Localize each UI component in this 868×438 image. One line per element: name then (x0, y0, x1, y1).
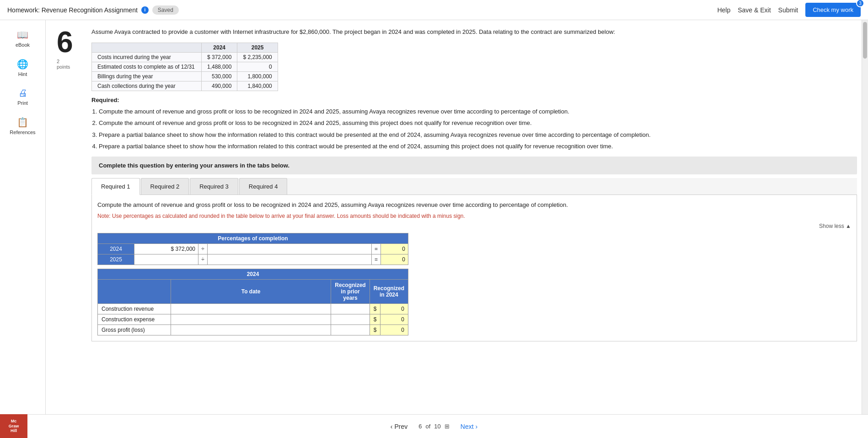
col-recognized-2024: Recognized in 2024 (370, 279, 408, 303)
required-list: Compute the amount of revenue and gross … (99, 107, 857, 151)
pct-divisor-2024-input[interactable] (208, 243, 372, 254)
revenue-recognized: 0 (380, 303, 408, 314)
prev-button[interactable]: ‹ Prev (391, 423, 407, 430)
instructions-box: Complete this question by entering your … (91, 157, 857, 174)
data-table: 2024 2025 Costs incurred during the year… (91, 43, 278, 91)
expense-recognized: 0 (380, 314, 408, 324)
table-row-label: Cash collections during the year (92, 81, 202, 91)
sidebar: 📖 eBook 🌐 Hint 🖨 Print 📋 References (0, 20, 46, 438)
table-row-value: 490,000 (202, 81, 237, 91)
table-row-value: 530,000 (202, 71, 237, 81)
expense-prior-input[interactable] (331, 314, 370, 324)
tab-required3[interactable]: Required 3 (190, 178, 238, 195)
tab1-note: Note: Use percentages as calculated and … (97, 213, 851, 219)
pct-div-2024: ÷ (198, 243, 208, 254)
table-row-value: 1,488,000 (202, 62, 237, 71)
content-area: 6 2 points Assume Avaya contracted to pr… (46, 20, 868, 438)
table-row-value: 0 (237, 62, 278, 71)
pct-row-2024: 2024 $ 372,000 ÷ = 0 (98, 243, 408, 254)
table-row-value: 1,840,000 (237, 81, 278, 91)
pct-result-2025: 0 (381, 254, 408, 265)
row-construction-expense: Construction expense $ 0 (98, 314, 408, 324)
print-icon: 🖨 (18, 88, 27, 98)
mcgrawhill-logo: Mc Graw Hill (0, 414, 27, 438)
col-recognized-prior: Recognized in prior years (331, 279, 370, 303)
revenue-to-date-input[interactable] (171, 303, 331, 314)
required-item-2: Compute the amount of revenue and gross … (99, 119, 857, 128)
prev-chevron: ‹ (391, 423, 393, 430)
submit-button[interactable]: Submit (778, 6, 798, 14)
profit-dollar: $ (370, 324, 380, 335)
topbar-left: Homework: Revenue Recognition Assignment… (7, 5, 179, 15)
info-icon[interactable]: i (141, 6, 149, 14)
pct-eq-2025: = (371, 254, 380, 265)
tab1-content: Compute the amount of revenue and gross … (91, 195, 857, 341)
revenue-prior-input[interactable] (331, 303, 370, 314)
sidebar-label-references: References (10, 130, 35, 135)
profit-recognized: 0 (380, 324, 408, 335)
table-row-label: Costs incurred during the year (92, 52, 202, 62)
pct-value1-2025-input[interactable] (134, 254, 198, 265)
table-row: Cash collections during the year490,0001… (92, 81, 278, 91)
saved-badge: Saved (152, 5, 179, 15)
page-info: 6 of 10 ⊞ (418, 423, 450, 430)
check-badge: 3 (856, 0, 864, 7)
sidebar-item-references[interactable]: 📋 References (5, 113, 41, 139)
references-icon: 📋 (17, 117, 28, 128)
profit-prior-input[interactable] (331, 324, 370, 335)
rev-table-2024: 2024 To date Recognized in prior years R… (97, 269, 408, 335)
pct-year-2024: 2024 (98, 243, 134, 254)
problem-description: Assume Avaya contracted to provide a cus… (91, 27, 857, 37)
pct-year-2025: 2025 (98, 254, 134, 265)
help-button[interactable]: Help (717, 6, 730, 14)
pct-result-2024: 0 (381, 243, 408, 254)
pct-divisor-2025-input[interactable] (208, 254, 372, 265)
problem-header: 6 2 points Assume Avaya contracted to pr… (57, 27, 857, 341)
pct-div-2025: ÷ (198, 254, 208, 265)
check-work-button[interactable]: Check my work 3 (805, 3, 861, 17)
row-gross-profit: Gross profit (loss) $ 0 (98, 324, 408, 335)
sidebar-item-ebook[interactable]: 📖 eBook (5, 26, 41, 51)
table-row-label: Billings during the year (92, 71, 202, 81)
sidebar-item-hint[interactable]: 🌐 Hint (5, 55, 41, 81)
expense-to-date-input[interactable] (171, 314, 331, 324)
scrollbar-thumb[interactable] (863, 22, 867, 59)
required-item-4: Prepare a partial balance sheet to show … (99, 142, 857, 151)
homework-title: Homework: Revenue Recognition Assignment (7, 6, 138, 14)
topbar-right: Help Save & Exit Submit Check my work 3 (717, 3, 861, 17)
sidebar-label-ebook: eBook (16, 42, 30, 48)
tab-required4[interactable]: Required 4 (239, 178, 288, 195)
sidebar-label-print: Print (17, 100, 28, 106)
show-less-button[interactable]: Show less ▲ (97, 223, 851, 229)
revenue-dollar: $ (370, 303, 380, 314)
label-construction-expense: Construction expense (98, 314, 171, 324)
table-row: Costs incurred during the year$ 372,000$… (92, 52, 278, 62)
table-header-2025: 2025 (237, 43, 278, 52)
required-item-1: Compute the amount of revenue and gross … (99, 107, 857, 116)
tab-required1[interactable]: Required 1 (91, 178, 140, 195)
next-button[interactable]: Next › (461, 423, 477, 430)
bottom-nav: ‹ Prev 6 of 10 ⊞ Next › (0, 414, 868, 438)
pct-row-2025: 2025 ÷ = 0 (98, 254, 408, 265)
grid-icon[interactable]: ⊞ (445, 423, 450, 430)
hint-icon: 🌐 (17, 59, 28, 70)
topbar: Homework: Revenue Recognition Assignment… (0, 0, 868, 20)
table-row-value: 1,800,000 (237, 71, 278, 81)
col-to-date: To date (171, 279, 331, 303)
tab1-description: Compute the amount of revenue and gross … (97, 200, 851, 210)
label-construction-revenue: Construction revenue (98, 303, 171, 314)
expense-dollar: $ (370, 314, 380, 324)
tab-required2[interactable]: Required 2 (141, 178, 189, 195)
scrollbar-track[interactable] (862, 20, 868, 414)
main-layout: 📖 eBook 🌐 Hint 🖨 Print 📋 References 6 2 … (0, 20, 868, 438)
save-exit-button[interactable]: Save & Exit (738, 6, 771, 14)
sidebar-item-print[interactable]: 🖨 Print (5, 84, 41, 109)
problem-number-block: 6 2 points (57, 27, 84, 341)
points-label: 2 points (57, 59, 84, 70)
problem-number: 6 (57, 27, 84, 57)
year-2024-header: 2024 (98, 269, 408, 279)
profit-to-date-input[interactable] (171, 324, 331, 335)
col-label (98, 279, 171, 303)
pct-table: Percentages of completion 2024 $ 372,000… (97, 233, 408, 265)
table-row-value: $ 372,000 (202, 52, 237, 62)
